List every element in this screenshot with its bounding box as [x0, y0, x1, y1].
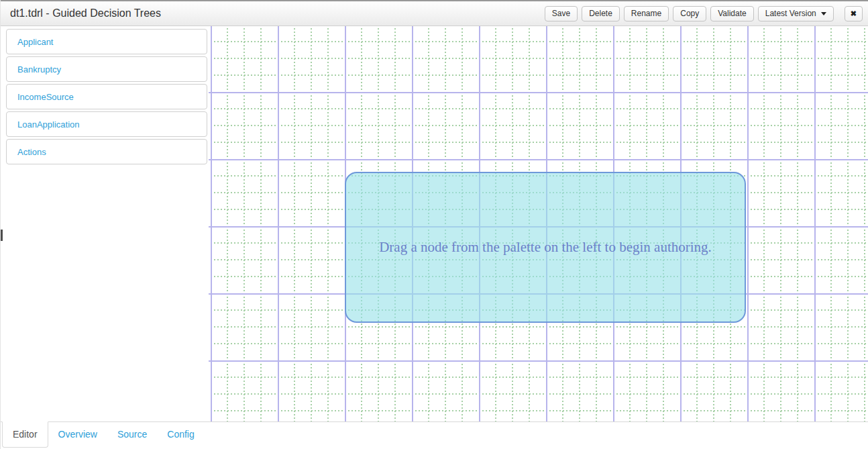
save-button[interactable]: Save	[545, 6, 578, 21]
rename-button[interactable]: Rename	[624, 6, 669, 21]
panel-splitter-handle[interactable]	[1, 230, 3, 241]
placeholder-drop-node: Drag a node from the palette on the left…	[345, 172, 746, 323]
editor-main: Applicant Bankruptcy IncomeSource LoanAp…	[1, 26, 868, 421]
copy-button[interactable]: Copy	[673, 6, 706, 21]
tab-source[interactable]: Source	[107, 422, 157, 447]
palette-item-incomesource[interactable]: IncomeSource	[6, 84, 207, 109]
tab-editor[interactable]: Editor	[2, 421, 48, 448]
tab-config[interactable]: Config	[157, 422, 204, 447]
palette-item-actions[interactable]: Actions	[6, 139, 207, 164]
editor-tabbar: Editor Overview Source Config	[1, 421, 868, 449]
toolbar: Save Delete Rename Copy Validate Latest …	[545, 6, 863, 21]
version-dropdown-button[interactable]: Latest Version	[758, 6, 834, 21]
node-palette: Applicant Bankruptcy IncomeSource LoanAp…	[1, 26, 209, 421]
placeholder-drop-message: Drag a node from the palette on the left…	[379, 239, 712, 256]
caret-down-icon	[821, 12, 826, 15]
delete-button[interactable]: Delete	[582, 6, 620, 21]
page-title: dt1.tdrl - Guided Decision Trees	[10, 7, 161, 19]
close-button[interactable]: ✖	[845, 6, 863, 21]
guided-decision-trees-editor: dt1.tdrl - Guided Decision Trees Save De…	[0, 0, 868, 449]
tab-overview[interactable]: Overview	[48, 422, 107, 447]
palette-item-applicant[interactable]: Applicant	[6, 29, 207, 54]
close-icon: ✖	[851, 9, 857, 17]
editor-header: dt1.tdrl - Guided Decision Trees Save De…	[1, 0, 868, 26]
version-dropdown-label: Latest Version	[765, 9, 816, 18]
palette-item-bankruptcy[interactable]: Bankruptcy	[6, 56, 207, 82]
validate-button[interactable]: Validate	[710, 6, 753, 21]
palette-item-loanapplication[interactable]: LoanApplication	[6, 111, 207, 137]
decision-tree-canvas[interactable]: Drag a node from the palette on the left…	[209, 26, 868, 421]
